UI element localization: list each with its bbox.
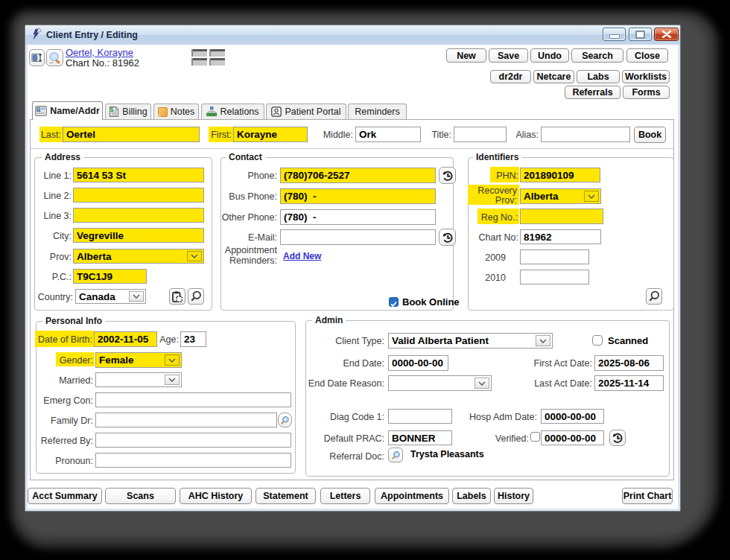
svg-text:$: $ — [110, 106, 114, 113]
